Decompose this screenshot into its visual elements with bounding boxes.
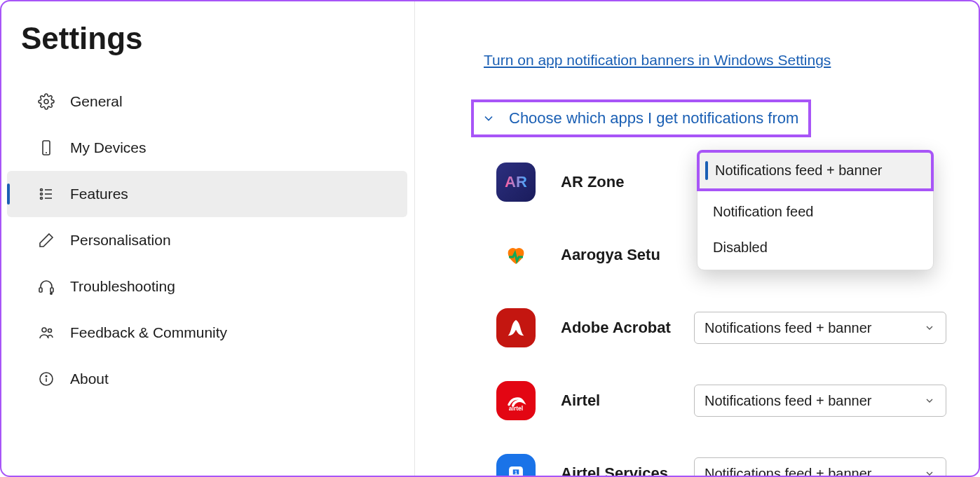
app-name: Airtel	[561, 392, 694, 410]
headset-icon	[38, 278, 55, 295]
svg-text:1: 1	[515, 470, 517, 476]
app-name: Adobe Acrobat	[561, 319, 694, 337]
app-name: Aarogya Setu	[561, 246, 694, 264]
sidebar-item-label: Feedback & Community	[70, 324, 227, 341]
phone-icon	[38, 139, 55, 156]
notification-dropdown[interactable]: Notifications feed + banner	[694, 312, 946, 344]
sidebar-item-label: My Devices	[70, 139, 147, 156]
sidebar-item-features[interactable]: Features	[7, 171, 407, 217]
svg-point-13	[48, 329, 52, 333]
popup-option-feed[interactable]: Notification feed	[697, 194, 933, 230]
pen-icon	[38, 232, 55, 249]
chevron-down-icon	[923, 467, 936, 477]
adobe-acrobat-icon	[496, 308, 536, 347]
dropdown-value: Notifications feed + banner	[705, 393, 872, 409]
nav: General My Devices Features Personalisat…	[1, 78, 414, 402]
app-name: Airtel Services	[561, 464, 694, 477]
sidebar: Settings General My Devices Features Per…	[1, 1, 415, 476]
content: Turn on app notification banners in Wind…	[415, 1, 979, 476]
ar-zone-icon: AR	[496, 163, 536, 202]
svg-point-5	[41, 193, 43, 195]
sidebar-item-feedback[interactable]: Feedback & Community	[7, 310, 407, 356]
svg-point-16	[46, 375, 47, 377]
app-row: 1 Airtel Services Notifications feed + b…	[496, 454, 951, 477]
notification-popup: Notifications feed + banner Notification…	[697, 150, 934, 270]
sidebar-item-troubleshooting[interactable]: Troubleshooting	[7, 263, 407, 310]
app-name: AR Zone	[561, 173, 694, 191]
aarogya-setu-icon	[496, 235, 536, 275]
sidebar-item-label: General	[70, 93, 123, 110]
svg-point-0	[44, 99, 48, 104]
airtel-icon: airtel	[496, 381, 536, 420]
svg-point-12	[42, 328, 46, 332]
popup-option-disabled[interactable]: Disabled	[697, 230, 933, 265]
svg-point-3	[41, 189, 43, 191]
svg-point-11	[50, 292, 53, 295]
features-icon	[38, 186, 55, 202]
svg-text:airtel: airtel	[509, 405, 523, 412]
community-icon	[38, 324, 55, 341]
svg-rect-9	[39, 288, 42, 292]
app-row: airtel Airtel Notifications feed + banne…	[496, 381, 951, 420]
sidebar-item-general[interactable]: General	[7, 78, 407, 125]
notification-dropdown[interactable]: Notifications feed + banner	[694, 385, 946, 417]
popup-option-feed-banner[interactable]: Notifications feed + banner	[697, 150, 934, 191]
svg-point-7	[41, 198, 43, 200]
chevron-down-icon	[923, 322, 936, 334]
sidebar-item-personalisation[interactable]: Personalisation	[7, 217, 407, 263]
dropdown-value: Notifications feed + banner	[705, 320, 872, 336]
svg-rect-10	[50, 288, 53, 292]
page-title: Settings	[1, 15, 414, 78]
sidebar-item-label: Personalisation	[70, 232, 171, 249]
info-icon	[38, 371, 55, 387]
chevron-down-icon	[923, 394, 936, 407]
section-header-apps[interactable]: Choose which apps I get notifications fr…	[471, 99, 811, 137]
sidebar-item-about[interactable]: About	[7, 356, 407, 402]
notification-dropdown[interactable]: Notifications feed + banner	[694, 457, 946, 477]
sidebar-item-mydevices[interactable]: My Devices	[7, 125, 407, 171]
gear-icon	[38, 93, 55, 110]
windows-settings-link[interactable]: Turn on app notification banners in Wind…	[484, 52, 831, 69]
app-row: Adobe Acrobat Notifications feed + banne…	[496, 308, 951, 347]
sidebar-item-label: About	[70, 371, 109, 387]
dropdown-value: Notifications feed + banner	[705, 466, 872, 478]
sidebar-item-label: Features	[70, 186, 128, 202]
airtel-services-icon: 1	[496, 454, 536, 477]
chevron-down-icon	[481, 111, 496, 126]
sidebar-item-label: Troubleshooting	[70, 278, 175, 295]
section-title: Choose which apps I get notifications fr…	[509, 109, 798, 127]
